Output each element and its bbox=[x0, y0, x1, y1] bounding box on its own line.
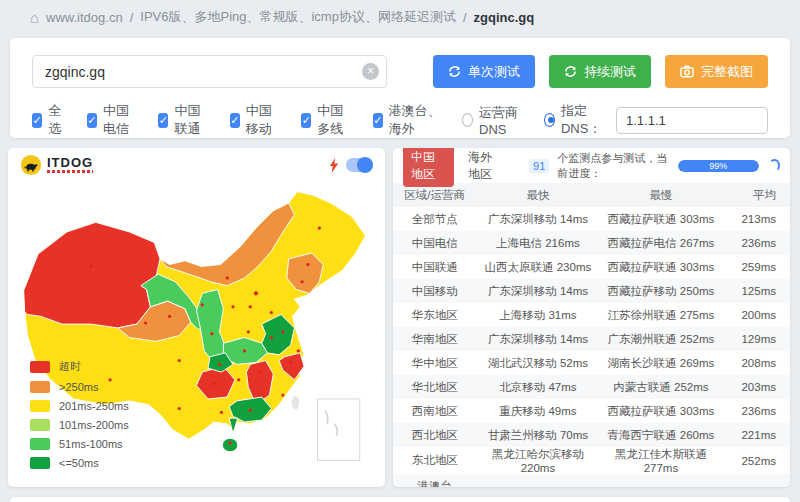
single-test-label: 单次测试 bbox=[468, 63, 520, 81]
table-cell: 上海移动 31ms bbox=[476, 303, 599, 327]
map-region-hainan bbox=[222, 438, 237, 451]
legend-swatch bbox=[30, 400, 50, 412]
map-legend: 超时>250ms201ms-250ms101ms-200ms51ms-100ms… bbox=[30, 352, 129, 469]
table-cell: 125ms bbox=[722, 279, 790, 303]
table-cell: 东北地区 bbox=[393, 447, 476, 474]
checkbox-label: 中国联通 bbox=[174, 102, 208, 138]
dog-logo-icon bbox=[20, 154, 42, 176]
host-input[interactable] bbox=[32, 55, 387, 88]
map-panel: ITDOG bbox=[8, 148, 385, 487]
next-section-card bbox=[10, 497, 790, 502]
table-cell: 江苏徐州联通 275ms bbox=[599, 303, 722, 327]
legend-swatch bbox=[30, 361, 50, 373]
checkbox-check-icon: ✓ bbox=[373, 113, 383, 128]
table-cell: 上海电信 216ms bbox=[476, 231, 599, 255]
table-cell: 湖南长沙联通 269ms bbox=[599, 351, 722, 375]
lightning-icon[interactable] bbox=[329, 158, 339, 173]
table-cell: 华东地区 bbox=[393, 303, 476, 327]
carrier-checkbox[interactable]: ✓中国联通 bbox=[158, 102, 208, 138]
breadcrumb-site[interactable]: www.itdog.cn bbox=[46, 10, 123, 25]
table-cell: 中国联通 bbox=[393, 255, 476, 279]
legend-item: 201ms-250ms bbox=[30, 400, 129, 412]
table-cell: 重庆移动 49ms bbox=[476, 399, 599, 423]
table-row[interactable]: 华中地区湖北武汉移动 52ms湖南长沙联通 269ms208ms bbox=[393, 351, 790, 375]
logo-tagline bbox=[47, 170, 93, 173]
carrier-checkbox[interactable]: ✓中国电信 bbox=[87, 102, 137, 138]
legend-swatch bbox=[30, 419, 50, 431]
table-row[interactable]: 西南地区重庆移动 49ms西藏拉萨联通 303ms236ms bbox=[393, 399, 790, 423]
map-inset-south-china-sea bbox=[317, 399, 359, 460]
table-cell: -- bbox=[722, 474, 790, 487]
legend-swatch bbox=[30, 381, 50, 393]
checkbox-label: 中国电信 bbox=[103, 102, 137, 138]
table-cell: 西藏拉萨移动 250ms bbox=[599, 279, 722, 303]
legend-item: 超时 bbox=[30, 359, 129, 374]
home-icon[interactable]: ⌂ bbox=[30, 9, 39, 26]
table-row[interactable]: 全部节点广东深圳移动 14ms西藏拉萨联通 303ms213ms bbox=[393, 207, 790, 231]
table-cell: 广东潮州联通 252ms bbox=[599, 327, 722, 351]
legend-item: <=50ms bbox=[30, 457, 129, 469]
table-cell: 西藏拉萨联通 303ms bbox=[599, 207, 722, 231]
table-row[interactable]: 西北地区甘肃兰州移动 70ms青海西宁联通 260ms221ms bbox=[393, 423, 790, 447]
table-cell: 129ms bbox=[722, 327, 790, 351]
node-count-badge: 91 bbox=[529, 159, 549, 173]
breadcrumb-sep: / bbox=[130, 10, 134, 25]
table-cell: 中国电信 bbox=[393, 231, 476, 255]
carrier-checkbox[interactable]: ✓全选 bbox=[32, 102, 66, 138]
table-cell: 213ms bbox=[722, 207, 790, 231]
radio-circle bbox=[462, 113, 473, 127]
tab-overseas-region[interactable]: 海外地区 bbox=[462, 148, 509, 187]
full-screenshot-label: 完整截图 bbox=[701, 63, 753, 81]
table-row[interactable]: 华南地区广东深圳移动 14ms广东潮州联通 252ms129ms bbox=[393, 327, 790, 351]
legend-label: 201ms-250ms bbox=[59, 400, 129, 412]
table-cell: 200ms bbox=[722, 303, 790, 327]
table-cell: 广东深圳移动 14ms bbox=[476, 207, 599, 231]
continuous-test-label: 持续测试 bbox=[584, 63, 636, 81]
table-cell: 湖北武汉移动 52ms bbox=[476, 351, 599, 375]
radio-circle bbox=[544, 113, 555, 127]
table-row[interactable]: 港澳台------ bbox=[393, 474, 790, 487]
table-row[interactable]: 华北地区北京移动 47ms内蒙古联通 252ms203ms bbox=[393, 375, 790, 399]
carrier-dns-radio[interactable]: 运营商DNS bbox=[462, 104, 528, 137]
table-cell: 中国移动 bbox=[393, 279, 476, 303]
refresh-icon bbox=[448, 65, 461, 78]
column-header: 最慢 bbox=[599, 183, 722, 207]
table-cell: 黑龙江佳木斯联通 277ms bbox=[599, 447, 722, 474]
logo-text: ITDOG bbox=[47, 157, 93, 168]
breadcrumb-sep2: / bbox=[463, 10, 467, 25]
control-panel: × 单次测试 持续测试 完整截图 ✓全选✓中国电信✓中国联通✓中国移动✓中国多线… bbox=[10, 38, 790, 138]
legend-item: 101ms-200ms bbox=[30, 419, 129, 431]
results-table: 区域/运营商最快最慢平均 全部节点广东深圳移动 14ms西藏拉萨联通 303ms… bbox=[393, 183, 790, 487]
table-cell: 山西太原联通 230ms bbox=[476, 255, 599, 279]
clear-input-icon[interactable]: × bbox=[362, 63, 379, 80]
table-row[interactable]: 华东地区上海移动 31ms江苏徐州联通 275ms200ms bbox=[393, 303, 790, 327]
carrier-checkbox[interactable]: ✓中国移动 bbox=[230, 102, 280, 138]
legend-label: 超时 bbox=[59, 359, 81, 374]
checkbox-check-icon: ✓ bbox=[87, 113, 97, 128]
continuous-test-button[interactable]: 持续测试 bbox=[549, 55, 651, 88]
table-cell: 西藏拉萨联通 303ms bbox=[599, 399, 722, 423]
custom-dns-radio[interactable]: 指定DNS： bbox=[544, 102, 610, 138]
table-row[interactable]: 中国移动广东深圳移动 14ms西藏拉萨移动 250ms125ms bbox=[393, 279, 790, 303]
results-panel: 中国地区 海外地区 91 个监测点参与测试，当前进度： 99% 区域/运营商最快… bbox=[393, 148, 790, 487]
full-screenshot-button[interactable]: 完整截图 bbox=[665, 55, 768, 88]
map-toggle-switch[interactable] bbox=[346, 158, 373, 172]
table-cell: 236ms bbox=[722, 231, 790, 255]
table-row[interactable]: 中国联通山西太原联通 230ms西藏拉萨联通 303ms259ms bbox=[393, 255, 790, 279]
single-test-button[interactable]: 单次测试 bbox=[433, 55, 535, 88]
table-cell: 203ms bbox=[722, 375, 790, 399]
tab-china-region[interactable]: 中国地区 bbox=[403, 148, 454, 187]
progress-bar: 99% bbox=[678, 160, 760, 172]
table-cell: 华北地区 bbox=[393, 375, 476, 399]
table-cell: 华中地区 bbox=[393, 351, 476, 375]
table-row[interactable]: 中国电信上海电信 216ms西藏拉萨电信 267ms236ms bbox=[393, 231, 790, 255]
dns-input[interactable] bbox=[616, 107, 768, 134]
table-row[interactable]: 东北地区黑龙江哈尔滨移动 220ms黑龙江佳木斯联通 277ms252ms bbox=[393, 447, 790, 474]
table-cell: -- bbox=[599, 474, 722, 487]
map-region-xinjiang bbox=[24, 222, 160, 328]
carrier-checkbox[interactable]: ✓港澳台、海外 bbox=[373, 102, 441, 138]
itdog-logo[interactable]: ITDOG bbox=[20, 154, 93, 176]
loading-spinner-icon bbox=[769, 159, 780, 172]
table-cell: 221ms bbox=[722, 423, 790, 447]
carrier-checkbox[interactable]: ✓中国多线 bbox=[301, 102, 351, 138]
